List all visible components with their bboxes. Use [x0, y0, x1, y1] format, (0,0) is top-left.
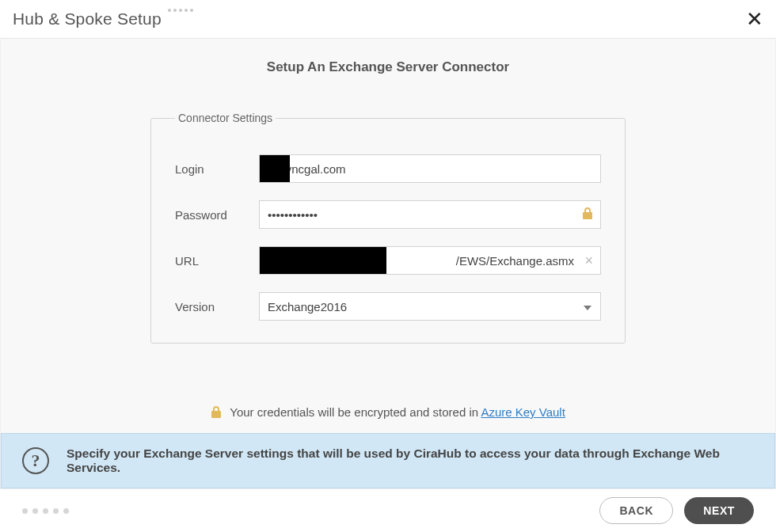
password-input[interactable] [259, 200, 601, 229]
dialog-title: Hub & Spoke Setup [13, 10, 162, 28]
version-label: Version [175, 300, 259, 314]
password-label: Password [175, 208, 259, 222]
page-subtitle: Setup An Exchange Server Connector [1, 39, 775, 75]
back-button[interactable]: BACK [599, 497, 673, 524]
dialog-header: Hub & Spoke Setup ✕ [0, 0, 776, 39]
login-redaction [260, 155, 290, 182]
connector-settings-fieldset: Connector Settings Login Password URL [150, 112, 626, 344]
help-strip: ? Specify your Exchange Server settings … [1, 433, 775, 488]
dialog-footer: BACK NEXT [0, 489, 776, 532]
next-button[interactable]: NEXT [684, 497, 754, 524]
url-label: URL [175, 254, 259, 268]
connector-settings-legend: Connector Settings [175, 112, 276, 124]
help-icon: ? [22, 447, 49, 474]
dialog-body: Setup An Exchange Server Connector Conne… [0, 39, 776, 489]
help-text: Specify your Exchange Server settings th… [67, 446, 754, 475]
login-input[interactable] [259, 154, 601, 183]
lock-icon [211, 407, 225, 420]
url-redaction [260, 247, 386, 274]
lock-icon [582, 207, 593, 222]
encryption-notice-text: Your credentials will be encrypted and s… [230, 405, 481, 419]
login-label: Login [175, 162, 259, 176]
version-select-value: Exchange2016 [268, 300, 347, 314]
clear-url-button[interactable]: × [584, 253, 593, 269]
encryption-notice: Your credentials will be encrypted and s… [1, 405, 775, 420]
chevron-down-icon [584, 299, 592, 314]
wizard-progress-dots [22, 508, 69, 514]
azure-key-vault-link[interactable]: Azure Key Vault [481, 405, 565, 419]
version-select[interactable]: Exchange2016 [259, 292, 601, 321]
close-button[interactable]: ✕ [746, 9, 763, 29]
